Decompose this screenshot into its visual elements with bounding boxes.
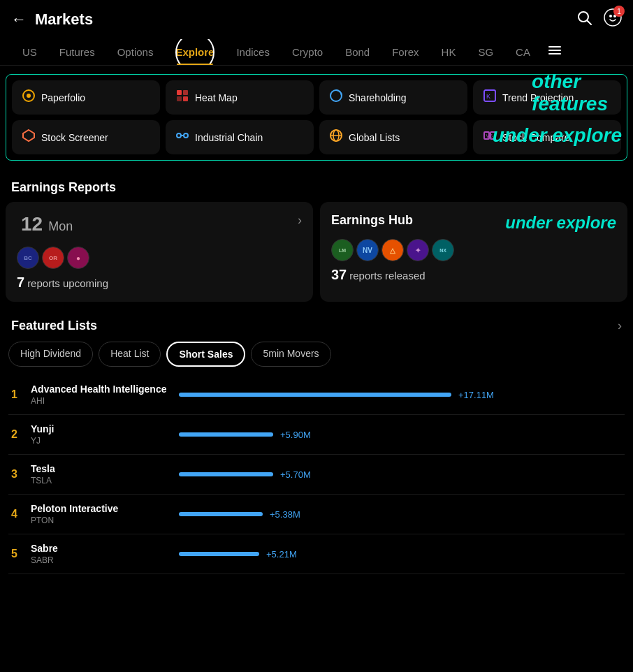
heatmap-icon [175, 89, 189, 106]
header: ← Markets 1 [0, 0, 633, 39]
stock-ticker: SABR [31, 555, 170, 565]
paperfolio-label: Paperfolio [41, 92, 85, 103]
back-button[interactable]: ← [11, 10, 27, 29]
earnings-upcoming-count: 7reports upcoming [17, 275, 302, 291]
svg-point-3 [609, 15, 612, 17]
tab-bond[interactable]: Bond [334, 39, 381, 65]
stock-value: +5.70M [280, 469, 329, 480]
stock-bar [179, 432, 273, 437]
explore-section: Paperfolio Heat Map Shareholding K Trend… [0, 74, 633, 161]
featured-lists-section: Featured Lists › High Dividend Heat List… [0, 313, 633, 585]
tab-ca[interactable]: CA [504, 39, 541, 65]
stock-ticker: TSLA [31, 476, 170, 485]
stock-value: +5.90M [280, 430, 329, 440]
svg-rect-11 [183, 90, 188, 95]
avatar-hub-1: LM [331, 239, 354, 261]
featured-lists-header: Featured Lists › [0, 313, 633, 342]
explore-row-1: Paperfolio Heat Map Shareholding K Trend… [12, 80, 621, 115]
tab-explore[interactable]: Explore [164, 39, 225, 65]
explore-item-heatmap[interactable]: Heat Map [166, 80, 314, 115]
svg-rect-13 [183, 96, 188, 101]
tab-sg[interactable]: SG [467, 39, 504, 65]
stock-rank: 2 [11, 428, 22, 441]
tab-crypto[interactable]: Crypto [281, 39, 334, 65]
stock-name: Sabre [31, 543, 170, 554]
stock-rank: 3 [11, 468, 22, 481]
svg-rect-6 [548, 50, 561, 51]
stock-list: 1 Advanced Health Intelligence AHI +17.1… [0, 375, 633, 574]
notification-badge: 1 [613, 6, 625, 17]
stock-ticker: PTON [31, 516, 170, 525]
header-left: ← Markets [11, 10, 93, 29]
featured-lists-title: Featured Lists [11, 319, 97, 333]
svg-line-1 [588, 21, 592, 25]
stock-value: +5.38M [270, 509, 319, 520]
svg-marker-17 [23, 130, 34, 141]
svg-rect-10 [177, 90, 182, 95]
tab-us[interactable]: US [11, 39, 48, 65]
svg-point-19 [184, 133, 188, 138]
nav-tabs: US Futures Options Explore Indices Crypt… [0, 39, 633, 66]
stock-bar [179, 512, 263, 516]
svg-text:VS: VS [486, 133, 493, 138]
earnings-card-upcoming[interactable]: 12Mon › BC OR ● 7reports upcoming [6, 202, 313, 302]
earnings-avatars-hub: LM NV △ ✦ NX [331, 239, 616, 261]
explore-item-shareholding[interactable]: Shareholding [319, 80, 467, 115]
explore-item-industrial-chain[interactable]: Industrial Chain [166, 120, 314, 154]
avatar-hub-5: NX [432, 239, 454, 261]
stock-list-item[interactable]: 2 Yunji YJ +5.90M [8, 415, 625, 455]
explore-item-paperfolio[interactable]: Paperfolio [12, 80, 160, 115]
screener-icon [22, 129, 36, 146]
shareholding-icon [329, 89, 343, 106]
global-lists-icon [329, 129, 343, 146]
under-explore-hub-annotation: under explore [505, 213, 616, 232]
earnings-section-header: Earnings Reports [0, 169, 633, 202]
stock-bar-area: +17.11M [179, 390, 622, 400]
stock-list-item[interactable]: 4 Peloton Interactive PTON +5.38M [8, 495, 625, 534]
screener-label: Stock Screener [41, 132, 108, 143]
explore-item-screener[interactable]: Stock Screener [12, 120, 160, 154]
svg-text:K: K [486, 93, 490, 100]
avatar-hub-2: NV [356, 239, 379, 261]
explore-item-global-lists[interactable]: Global Lists [319, 120, 467, 154]
tab-forex[interactable]: Forex [381, 39, 430, 65]
stock-name: Tesla [31, 463, 170, 474]
stock-name: Yunji [31, 423, 170, 434]
tab-high-dividend[interactable]: High Dividend [8, 342, 93, 367]
menu-icon[interactable] [547, 43, 562, 61]
avatar-hub-3: △ [381, 239, 404, 261]
earnings-arrow-icon[interactable]: › [298, 213, 302, 228]
tab-futures[interactable]: Futures [48, 39, 106, 65]
stock-list-item[interactable]: 3 Tesla TSLA +5.70M [8, 455, 625, 495]
tab-short-sales[interactable]: Short Sales [166, 342, 245, 367]
stock-bar-area: +5.38M [179, 509, 622, 520]
stock-bar-area: +5.70M [179, 469, 622, 480]
tab-heat-list[interactable]: Heat List [99, 342, 161, 367]
stock-info: Advanced Health Intelligence AHI [31, 384, 170, 406]
notification-button[interactable]: 1 [604, 8, 622, 31]
tab-options[interactable]: Options [106, 39, 165, 65]
stock-info: Tesla TSLA [31, 463, 170, 485]
earnings-cards: 12Mon › BC OR ● 7reports upcoming Earnin… [0, 202, 633, 313]
stock-value: +5.21M [266, 549, 315, 560]
global-lists-label: Global Lists [349, 132, 400, 143]
stock-list-item[interactable]: 5 Sabre SABR +5.21M [8, 534, 625, 574]
tab-indices[interactable]: Indices [225, 39, 281, 65]
stock-info: Peloton Interactive PTON [31, 503, 170, 525]
earnings-date: 12Mon [17, 213, 302, 235]
earnings-title: Earnings Reports [11, 180, 116, 195]
stock-value: +17.11M [458, 390, 507, 400]
svg-point-9 [27, 94, 31, 98]
featured-lists-arrow[interactable]: › [618, 319, 622, 333]
earnings-card-hub[interactable]: Earnings Hub under explore LM NV △ ✦ NX … [320, 202, 627, 302]
stock-list-item[interactable]: 1 Advanced Health Intelligence AHI +17.1… [8, 375, 625, 415]
tab-hk[interactable]: HK [430, 39, 467, 65]
stock-bar [179, 393, 451, 397]
stock-info: Sabre SABR [31, 543, 170, 565]
tab-5min-movers[interactable]: 5min Movers [251, 342, 330, 367]
stock-rank: 4 [11, 508, 22, 520]
search-icon[interactable] [576, 9, 592, 30]
earnings-avatars-upcoming: BC OR ● [17, 247, 302, 269]
svg-point-18 [177, 133, 181, 138]
avatar-bc: BC [17, 247, 39, 269]
